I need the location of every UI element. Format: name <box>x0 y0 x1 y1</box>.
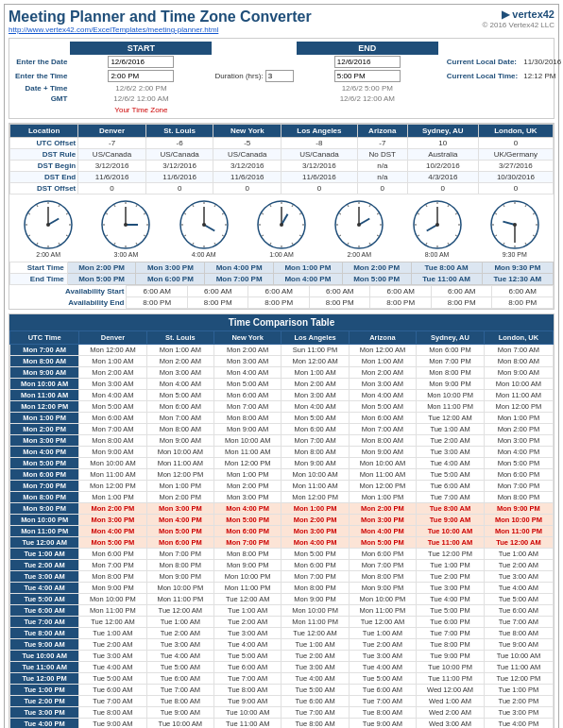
end-time-row: End TimeMon 5:00 PMMon 6:00 PMMon 7:00 P… <box>10 274 554 285</box>
table-row: Mon 7:00 AMMon 12:00 AMMon 1:00 AMMon 2:… <box>10 345 554 356</box>
start-time-row: Start TimeMon 2:00 PMMon 3:00 PMMon 4:00… <box>10 262 554 274</box>
table-row: Tue 11:00 AMTue 4:00 AMTue 5:00 AMTue 6:… <box>10 662 554 673</box>
clock-st--louis: 3:00 AM <box>91 198 161 258</box>
header: Meeting Planner and Time Zone Converter … <box>9 8 554 34</box>
col-stlouis: St. Louis <box>145 125 213 138</box>
enter-time-label: Enter the Time <box>12 69 70 83</box>
current-time-label: Current Local Time: <box>444 69 520 83</box>
table-row: Mon 2:00 PMMon 7:00 AMMon 8:00 AMMon 9:0… <box>10 424 554 435</box>
location-header-row: Location Denver St. Louis New York Los A… <box>10 125 554 138</box>
enter-date-row: Enter the Date Current Local Date: 11/30… <box>12 55 563 69</box>
clock-time-label: 9:30 PM <box>503 251 527 258</box>
table-row: Tue 8:00 AMTue 1:00 AMTue 2:00 AMTue 3:0… <box>10 628 554 639</box>
enter-date-label: Enter the Date <box>12 55 70 69</box>
input-table: START END Enter the Date Curre <box>12 42 563 115</box>
end-header: END <box>297 42 438 55</box>
comparison-title: Time Comparison Table <box>9 314 554 330</box>
end-date-input[interactable] <box>334 56 401 68</box>
clock-face <box>488 198 541 251</box>
clock-face <box>99 198 152 251</box>
header-labels-row: START END <box>12 42 563 55</box>
clock-los-angeles: 1:00 AM <box>247 198 316 258</box>
gmt-row: GMT 12/6/2 12:00 AM 12/6/2 12:00 AM <box>12 93 563 104</box>
availability-table: Availability Start6:00 AM6:00 AM6:00 AM6… <box>9 285 554 309</box>
start-gmt: 12/6/2 12:00 AM <box>70 93 212 104</box>
col-location: Location <box>10 125 78 138</box>
clock-face <box>178 198 230 251</box>
clock-time-label: 8:00 AM <box>425 251 450 258</box>
table-row: Tue 4:00 AMMon 9:00 PMMon 10:00 PMMon 11… <box>10 583 554 594</box>
table-row: Tue 5:00 AMMon 10:00 PMMon 11:00 PMTue 1… <box>10 594 554 605</box>
table-row: Mon 11:00 PMMon 4:00 PMMon 5:00 PMMon 6:… <box>10 526 554 537</box>
col-london: London, UK <box>478 125 553 138</box>
clock-face <box>255 198 308 251</box>
col-newyork: New York <box>213 125 282 138</box>
your-tz-row: Your Time Zone <box>12 104 563 115</box>
table-row: Mon 12:00 PMMon 5:00 AMMon 6:00 AMMon 7:… <box>10 401 554 413</box>
col-la: Los Angeles <box>282 125 358 138</box>
app-title: Meeting Planner and Time Zone Converter <box>9 8 312 25</box>
input-section: START END Enter the Date Curre <box>9 38 554 119</box>
table-row: Mon 11:00 AMMon 4:00 AMMon 5:00 AMMon 6:… <box>10 390 554 401</box>
table-row: Tue 12:00 AMMon 5:00 PMMon 6:00 PMMon 7:… <box>10 537 554 549</box>
start-time-input[interactable] <box>108 70 174 82</box>
app-link[interactable]: http://www.vertex42.com/ExcelTemplates/m… <box>9 25 312 34</box>
logo-area: ▶ vertex42 © 2016 Vertex42 LLC <box>482 8 554 29</box>
clock-sydney--au: 8:00 AM <box>402 198 472 258</box>
comp-header-row: UTC TimeDenverSt. LouisNew YorkLos Angel… <box>10 331 554 345</box>
clock-time-label: 2:00 AM <box>36 251 60 258</box>
table-row: Tue 1:00 AMMon 6:00 PMMon 7:00 PMMon 8:0… <box>10 549 554 560</box>
location-table: Location Denver St. Louis New York Los A… <box>9 124 554 195</box>
clock-time-label: 3:00 AM <box>114 251 139 258</box>
col-denver: Denver <box>78 125 146 138</box>
clock-london--uk: 9:30 PM <box>480 198 550 258</box>
logo: ▶ vertex42 <box>482 8 554 21</box>
table-row: Mon 8:00 PMMon 1:00 PMMon 2:00 PMMon 3:0… <box>10 492 554 503</box>
col-sydney: Sydney, AU <box>407 125 478 138</box>
table-row: Tue 10:00 AMTue 3:00 AMTue 4:00 AMTue 5:… <box>10 651 554 662</box>
start-header: START <box>70 42 212 55</box>
clock-time-label: 1:00 AM <box>269 251 294 258</box>
current-time-value: 12:12 PM <box>520 69 563 83</box>
table-row: Tue 9:00 AMTue 2:00 AMTue 3:00 AMTue 4:0… <box>10 639 554 651</box>
clock-denver: 2:00 AM <box>13 198 83 258</box>
location-row: DST Begin3/12/20163/12/20163/12/20163/12… <box>10 161 554 172</box>
clock-time-label: 4:00 AM <box>192 251 216 258</box>
end-gmt: 12/6/2 12:00 AM <box>297 93 438 104</box>
location-section: Location Denver St. Louis New York Los A… <box>9 123 554 310</box>
clock-face <box>333 198 385 251</box>
table-row: Mon 10:00 AMMon 3:00 AMMon 4:00 AMMon 5:… <box>10 379 554 390</box>
app-container: Meeting Planner and Time Zone Converter … <box>4 4 559 728</box>
location-row: DST RuleUS/CanadaUS/CanadaUS/CanadaUS/Ca… <box>10 149 554 161</box>
gmt-label: GMT <box>12 93 70 104</box>
table-row: Tue 6:00 AMMon 11:00 PMTue 12:00 AMTue 1… <box>10 605 554 617</box>
current-date-label: Current Local Date: <box>444 55 520 69</box>
table-row: Tue 4:00 PMTue 9:00 AMTue 10:00 AMTue 11… <box>10 719 554 729</box>
end-time-input[interactable] <box>334 70 401 82</box>
avail-end-row: Availability End8:00 PM8:00 PM8:00 PM8:0… <box>9 297 554 309</box>
location-row: DST End11/6/201611/6/201611/6/201611/6/2… <box>10 172 554 183</box>
table-row: Tue 3:00 PMTue 8:00 AMTue 9:00 AMTue 10:… <box>10 707 554 719</box>
col-arizona: Arizona <box>357 125 407 138</box>
location-row: UTC Offset-7-6-5-8-7100 <box>10 138 554 149</box>
table-row: Mon 6:00 PMMon 11:00 AMMon 12:00 PMMon 1… <box>10 469 554 481</box>
table-row: Tue 7:00 AMTue 12:00 AMTue 1:00 AMTue 2:… <box>10 617 554 628</box>
table-row: Mon 3:00 PMMon 8:00 AMMon 9:00 AMMon 10:… <box>10 435 554 447</box>
table-row: Mon 7:00 PMMon 12:00 PMMon 1:00 PMMon 2:… <box>10 481 554 492</box>
clock-face <box>22 198 75 251</box>
your-tz-label: Your Time Zone <box>114 106 167 114</box>
enter-time-row: Enter the Time Duration (hrs): Current L… <box>12 69 563 83</box>
duration-input[interactable] <box>265 70 294 82</box>
clock-time-label: 2:00 AM <box>347 251 371 258</box>
start-date-input[interactable] <box>108 56 174 68</box>
date-time-label: Date + Time <box>12 83 70 93</box>
end-datetime: 12/6/2 5:00 PM <box>297 83 438 93</box>
table-row: Tue 12:00 PMTue 5:00 AMTue 6:00 AMTue 7:… <box>10 673 554 685</box>
copyright: © 2016 Vertex42 LLC <box>482 21 554 29</box>
clock-arizona: 2:00 AM <box>324 198 394 258</box>
title-area: Meeting Planner and Time Zone Converter … <box>9 8 312 34</box>
avail-start-row: Availability Start6:00 AM6:00 AM6:00 AM6… <box>9 286 554 297</box>
clock-face <box>411 198 464 251</box>
clock-new-york: 4:00 AM <box>169 198 239 258</box>
table-row: Tue 2:00 AMMon 7:00 PMMon 8:00 PMMon 9:0… <box>10 560 554 571</box>
